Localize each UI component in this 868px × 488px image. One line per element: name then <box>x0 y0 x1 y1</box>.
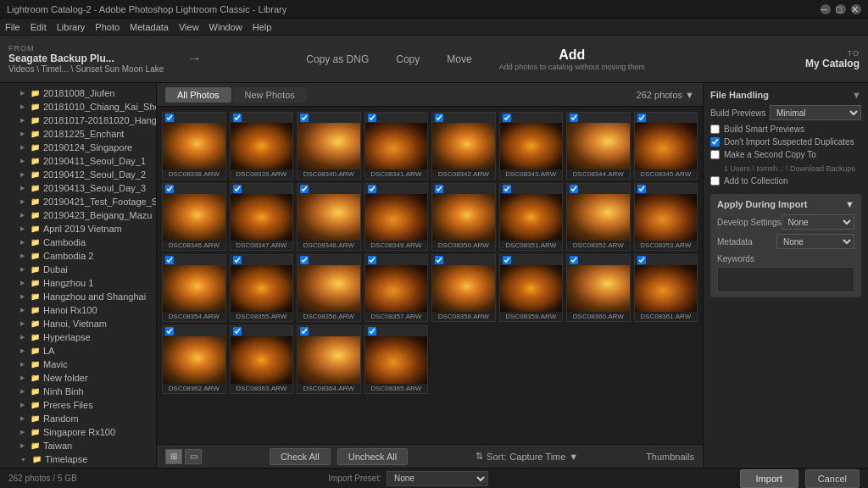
photo-cell[interactable]: DSC08348.ARW <box>297 183 361 251</box>
photo-cell[interactable]: DSC08338.ARW <box>162 112 226 180</box>
photo-checkbox[interactable] <box>368 114 376 122</box>
photo-cell[interactable]: DSC08350.ARW <box>431 183 496 251</box>
sidebar-item[interactable]: 📁Random <box>0 412 156 425</box>
add-action[interactable]: Add Add photos to catalog without moving… <box>492 46 652 73</box>
photo-cell[interactable]: DSC08361.ARW <box>634 254 698 322</box>
photo-cell[interactable]: DSC08342.ARW <box>431 112 496 180</box>
import-preset-select[interactable]: None <box>387 471 488 486</box>
photo-checkbox[interactable] <box>300 327 309 336</box>
dont-import-duplicates-checkbox[interactable] <box>710 137 720 147</box>
import-button[interactable]: Import <box>740 469 798 488</box>
photo-checkbox[interactable] <box>503 114 511 122</box>
photo-cell[interactable]: DSC08365.ARW <box>364 325 429 393</box>
sidebar-item[interactable]: 📁20181017-20181020_Hangzhou <box>0 114 156 127</box>
photo-checkbox[interactable] <box>368 256 376 264</box>
sidebar-item[interactable]: 📁20190124_Singapore <box>0 141 156 154</box>
photo-cell[interactable]: DSC08343.ARW <box>499 112 564 180</box>
photo-cell[interactable]: DSC08340.ARW <box>297 112 361 180</box>
sidebar-item[interactable]: 📁Hangzhou 1 <box>0 276 156 290</box>
menu-item-window[interactable]: Window <box>209 22 242 32</box>
photo-checkbox[interactable] <box>233 327 242 336</box>
sidebar-item[interactable]: 📁Timelapse <box>0 452 156 466</box>
loupe-view-button[interactable]: ▭ <box>185 449 202 464</box>
photo-cell[interactable]: DSC08355.ARW <box>230 254 294 322</box>
sidebar-item[interactable]: 📁Cambodia <box>0 236 156 249</box>
photo-checkbox[interactable] <box>165 327 174 336</box>
photo-cell[interactable]: DSC08341.ARW <box>364 112 429 180</box>
photo-checkbox[interactable] <box>300 256 309 264</box>
photo-checkbox[interactable] <box>233 256 242 264</box>
photo-checkbox[interactable] <box>165 185 174 193</box>
photo-checkbox[interactable] <box>637 256 646 264</box>
photo-cell[interactable]: DSC08359.ARW <box>499 254 564 322</box>
photo-cell[interactable]: DSC08346.ARW <box>162 183 226 251</box>
sort-direction-icon[interactable]: ▼ <box>569 452 578 462</box>
photo-grid[interactable]: DSC08338.ARWDSC08339.ARWDSC08340.ARWDSC0… <box>157 107 703 444</box>
sidebar-item[interactable]: 📁Hangzhou and Shanghai <box>0 290 156 303</box>
sidebar-item[interactable]: 📁20190421_Test_Footage_Small_Rig <box>0 195 156 208</box>
cancel-button[interactable]: Cancel <box>805 469 860 488</box>
photo-checkbox[interactable] <box>503 185 511 193</box>
sidebar-item[interactable]: 📁Cambodia 2 <box>0 249 156 263</box>
sidebar-item[interactable]: 📁Hanoi, Vietnam <box>0 317 156 330</box>
grid-view-button[interactable]: ⊞ <box>165 449 182 464</box>
sidebar-item[interactable]: 📁20181225_Enchant <box>0 127 156 141</box>
photo-cell[interactable]: DSC08351.ARW <box>499 183 564 251</box>
sidebar-item[interactable]: 📁Ninh Binh <box>0 385 156 398</box>
sidebar-item[interactable]: 📁20181010_Chiang_Kai_Shek <box>0 100 156 114</box>
photo-checkbox[interactable] <box>233 114 242 122</box>
photo-checkbox[interactable] <box>165 256 174 264</box>
photo-cell[interactable]: DSC08353.ARW <box>634 183 698 251</box>
move-action[interactable]: Move <box>440 52 478 67</box>
sidebar-item[interactable]: 📁Singapore Rx100 <box>0 425 156 439</box>
sidebar-item[interactable]: 📁Preres Files <box>0 398 156 412</box>
photo-checkbox[interactable] <box>300 185 309 193</box>
photo-checkbox[interactable] <box>570 185 578 193</box>
sidebar-item[interactable]: 📁20190423_Beigang_Mazu <box>0 208 156 222</box>
photo-checkbox[interactable] <box>435 114 443 122</box>
photo-checkbox[interactable] <box>435 256 443 264</box>
photo-checkbox[interactable] <box>503 256 511 264</box>
file-handling-arrow[interactable]: ▼ <box>852 90 861 100</box>
photo-cell[interactable]: DSC08362.ARW <box>162 325 226 393</box>
copy-action[interactable]: Copy <box>389 52 426 67</box>
photo-checkbox[interactable] <box>637 185 646 193</box>
photo-cell[interactable]: DSC08363.ARW <box>230 325 294 393</box>
photo-cell[interactable]: DSC08344.ARW <box>566 112 631 180</box>
build-previews-select[interactable]: Minimal Standard 1:1 <box>770 105 861 120</box>
sidebar-item[interactable]: 📁20190413_Seoul_Day_3 <box>0 181 156 195</box>
left-sidebar[interactable]: 📁20181008_Jiufen📁20181010_Chiang_Kai_She… <box>0 83 157 468</box>
menu-item-photo[interactable]: Photo <box>95 22 120 32</box>
menu-item-library[interactable]: Library <box>57 22 86 32</box>
photo-cell[interactable]: DSC08358.ARW <box>431 254 496 322</box>
photo-cell[interactable]: DSC08356.ARW <box>297 254 361 322</box>
photo-checkbox[interactable] <box>368 327 376 336</box>
photo-cell[interactable]: DSC08357.ARW <box>364 254 429 322</box>
photo-cell[interactable]: DSC08360.ARW <box>566 254 631 322</box>
menu-item-metadata[interactable]: Metadata <box>130 22 169 32</box>
copy-as-dng-action[interactable]: Copy as DNG <box>299 52 376 67</box>
metadata-select[interactable]: None <box>776 234 854 249</box>
photo-cell[interactable]: DSC08352.ARW <box>566 183 631 251</box>
photo-cell[interactable]: DSC08345.ARW <box>634 112 698 180</box>
photo-checkbox[interactable] <box>435 185 443 193</box>
menu-item-help[interactable]: Help <box>253 22 272 32</box>
photo-cell[interactable]: DSC08339.ARW <box>230 112 294 180</box>
check-all-button[interactable]: Check All <box>270 448 331 465</box>
sidebar-item[interactable]: 📁Hyperlapse <box>0 330 156 344</box>
sidebar-item[interactable]: 📁Dubai <box>0 263 156 276</box>
photo-checkbox[interactable] <box>637 114 646 122</box>
develop-settings-select[interactable]: None <box>782 214 854 230</box>
sidebar-item[interactable]: 📁Taiwan <box>0 439 156 452</box>
sidebar-item[interactable]: 📁20190411_Seoul_Day_1 <box>0 154 156 168</box>
photo-checkbox[interactable] <box>165 114 174 122</box>
keywords-input[interactable] <box>717 267 854 292</box>
menu-item-edit[interactable]: Edit <box>31 22 47 32</box>
apply-during-import-arrow[interactable]: ▼ <box>845 199 854 209</box>
photo-checkbox[interactable] <box>570 256 578 264</box>
sidebar-item[interactable]: 📁Mavic <box>0 358 156 371</box>
photo-cell[interactable]: DSC08349.ARW <box>364 183 429 251</box>
sidebar-item[interactable]: 📁LA <box>0 344 156 358</box>
sidebar-item[interactable]: 📁Hanoi Rx100 <box>0 303 156 317</box>
maximize-button[interactable]: □ <box>836 4 846 14</box>
